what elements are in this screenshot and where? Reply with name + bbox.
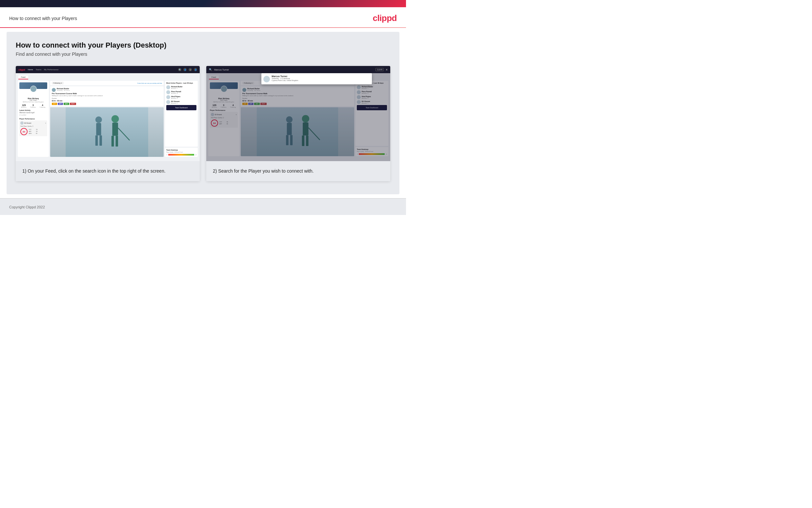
search-icon-1[interactable]: 🔍 (178, 68, 181, 71)
tag-ott-1: OTT (52, 103, 57, 105)
settings-icon-1[interactable]: ⚙ (189, 68, 192, 71)
svg-rect-7 (111, 136, 114, 147)
mini-ui-1: clippd Home Teams My Performance 🔍 👤 ⚙ 👤… (16, 66, 200, 161)
mini-nav-icons-1: 🔍 👤 ⚙ 👤 (178, 68, 197, 71)
mini-pli-avatar-pp-1 (166, 90, 170, 94)
page-footer: Copyright Clippd 2022 (0, 198, 406, 215)
mini-nav-home-1[interactable]: Home (28, 69, 33, 71)
caption-area-1: 1) On your Feed, click on the search ico… (16, 161, 200, 181)
mini-player-perf-section-1: Eli Vincent ▾ Total Player Quality ⓘ 84 … (19, 120, 47, 136)
mini-hm-bar-container-1: -5 +5 (166, 154, 196, 156)
mini-feed-tab-1[interactable]: Feed (18, 76, 28, 79)
top-gradient-bar (0, 0, 406, 7)
mini-right-col-1: Most Active Players - Last 30 days Richa… (165, 81, 198, 157)
mini-bars-1: OTT 79 APP 70 (29, 129, 37, 134)
mini-ap-title-1: Most Active Players - Last 30 days (166, 82, 196, 84)
search-result-info-2: Marcus Turner Yesterday · 1-5 Handicap C… (272, 75, 370, 81)
mini-ui-2: 🔍 Marcus Turner CLEAR × Marcus Turner Ye… (206, 66, 390, 161)
mini-latest-activity-label-1: Latest Activity (19, 109, 47, 111)
mini-layout-1: Blair McHarg Golf Coach Mill Ride Golf C… (16, 79, 200, 158)
mini-player-item-hp-1: Hiral Pujara Activities: 3 (166, 95, 196, 99)
mini-profile-banner-1 (19, 82, 47, 89)
mini-following-btn-1[interactable]: Following ▾ (52, 82, 64, 84)
mini-chevron-icon-1[interactable]: ▾ (45, 122, 46, 124)
screenshots-row: clippd Home Teams My Performance 🔍 👤 ⚙ 👤… (16, 66, 390, 181)
mini-nav-performance-1[interactable]: My Performance (44, 69, 58, 71)
mini-pli-info-hp-1: Hiral Pujara Activities: 3 (171, 95, 196, 99)
search-clear-btn-2[interactable]: CLEAR (376, 68, 384, 71)
user-icon-1[interactable]: 👤 (183, 68, 187, 71)
mini-control-link-1[interactable]: Control who can see your activity and da… (137, 82, 162, 84)
mini-pli-info-ev-1: Eli Vincent Activities: 1 (171, 100, 196, 104)
golfer-silhouette-1 (50, 107, 164, 157)
mini-latest-act-date-1: 27 Jul 2022 (19, 114, 47, 116)
mini-player-item-rb-1: Richard Butler Activities: 7 (166, 85, 196, 89)
mini-latest-act-name-1: Afternoon round of golf (19, 112, 47, 114)
mini-act-title-1: Pre Tournament Course Walk (52, 92, 162, 94)
search-close-btn-2[interactable]: × (386, 68, 388, 72)
search-bar-overlay-2: 🔍 Marcus Turner CLEAR × (206, 66, 390, 73)
caption-area-2: 2) Search for the Player you wish to con… (206, 161, 390, 181)
mini-pli-avatar-rb-1 (166, 85, 170, 89)
mini-center-col-1: Following ▾ Control who can see your act… (50, 81, 164, 157)
mini-player-item-ev-1: Eli Vincent Activities: 1 (166, 100, 196, 104)
avatar-icon-1[interactable]: 👤 (194, 68, 197, 71)
mini-hm-title-1: Team Heatmap (166, 149, 196, 151)
search-result-dropdown-2: Marcus Turner Yesterday · 1-5 Handicap C… (261, 73, 372, 84)
mini-photo-area-1 (50, 107, 164, 157)
search-result-club-2: Cypress Point Club, United Kingdom (272, 79, 370, 81)
search-result-name-2: Marcus Turner (272, 75, 370, 78)
page-header: How to connect with your Players clippd (0, 7, 406, 27)
mini-left-col-1: Blair McHarg Golf Coach Mill Ride Golf C… (18, 81, 49, 157)
mini-nav-1: clippd Home Teams My Performance 🔍 👤 ⚙ 👤 (16, 66, 200, 73)
mini-activity-card-1: Richard Butler Yesterday · The Grove Pre… (50, 86, 164, 106)
mini-profile-avatar-1 (30, 86, 37, 92)
tag-putt-1: PUTT (70, 103, 76, 105)
mini-hm-sub-1: Player Quality · 20 Round Trend (166, 152, 196, 153)
svg-rect-8 (115, 136, 118, 147)
mini-bar-arg-1: ARG 61 (29, 133, 37, 134)
tag-app-1: APP (58, 103, 63, 105)
mini-act-meta-1: Yesterday · The Grove (57, 90, 70, 91)
mini-score-row-1: 84 OTT 79 APP (20, 127, 46, 135)
mini-team-dash-btn-1[interactable]: Team Dashboard (166, 105, 196, 110)
screenshot-card-1: clippd Home Teams My Performance 🔍 👤 ⚙ 👤… (16, 66, 200, 181)
mini-player-name-sm-1: Eli Vincent (24, 122, 45, 124)
mini-profile-club-1: Mill Ride Golf Club, United Kingdom (19, 101, 47, 103)
mini-bar-app-1: APP 70 (29, 131, 37, 132)
page-title: How to connect with your Players (9, 16, 77, 21)
mini-pli-info-pp-1: Piers Parnell Activities: 4 (171, 91, 196, 94)
mini-stat-activities-1: 129 Activities (21, 104, 27, 108)
svg-rect-6 (112, 123, 118, 136)
copyright-text: Copyright Clippd 2022 (9, 205, 45, 209)
search-input-display-2[interactable]: Marcus Turner (214, 69, 374, 71)
dim-overlay-2 (206, 73, 390, 161)
mini-bar-ott-1: OTT 79 (29, 129, 37, 130)
mini-player-item-pp-1: Piers Parnell Activities: 4 (166, 90, 196, 94)
mini-nav-teams-1[interactable]: Teams (36, 69, 42, 71)
mini-heatmap-1: Team Heatmap Player Quality · 20 Round T… (165, 148, 198, 157)
mini-act-time-1: 02 hr : 00 min (52, 100, 162, 102)
mini-act-desc-1: Walking the course with my coach to buil… (52, 95, 162, 96)
svg-rect-3 (95, 135, 98, 146)
screenshot-card-2: 🔍 Marcus Turner CLEAR × Marcus Turner Ye… (206, 66, 390, 181)
mini-player-row-1: Eli Vincent ▾ (20, 121, 46, 125)
search-magnifier-icon-2: 🔍 (209, 68, 212, 71)
svg-rect-0 (65, 107, 148, 157)
mini-following-bar-1: Following ▾ Control who can see your act… (50, 81, 164, 85)
svg-rect-2 (96, 123, 101, 135)
mini-act-duration-label-1: Duration (52, 97, 162, 99)
caption-text-2: 2) Search for the Player you wish to con… (213, 168, 384, 175)
main-content-area: How to connect with your Players (Deskto… (7, 32, 399, 194)
search-result-avatar-2 (264, 76, 270, 82)
mini-hm-bar-1 (168, 154, 194, 156)
mini-logo-1: clippd (18, 69, 25, 71)
mini-pli-avatar-ev-1 (166, 100, 170, 104)
mini-pli-info-rb-1: Richard Butler Activities: 7 (171, 86, 196, 89)
mini-score-circle-1: 84 (20, 128, 28, 135)
mini-tags-1: OTT APP ARG PUTT (52, 103, 162, 105)
svg-point-1 (95, 117, 102, 123)
mini-stats-row-1: 129 Activities 3 Followers 4 Following (19, 104, 47, 108)
search-result-item-2[interactable]: Marcus Turner Yesterday · 1-5 Handicap C… (264, 75, 370, 82)
mini-act-avatar-1 (52, 88, 56, 92)
